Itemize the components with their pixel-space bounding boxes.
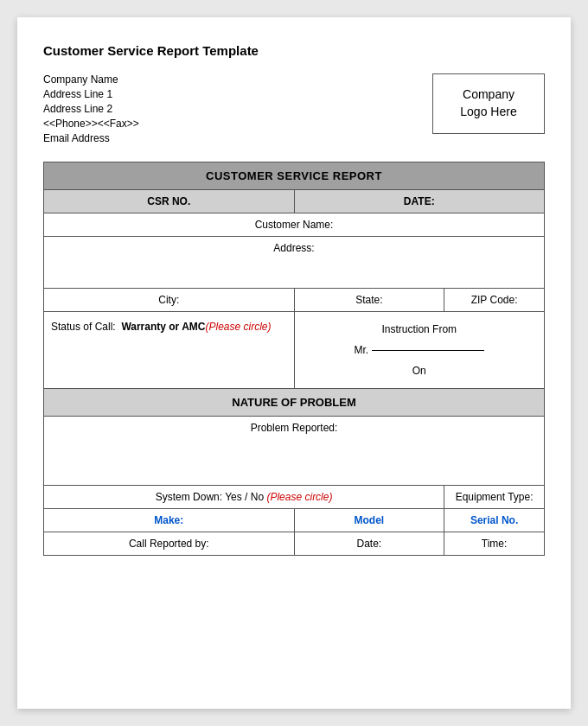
customer-name-row: Customer Name:: [44, 213, 545, 237]
company-info: Company Name Address Line 1 Address Line…: [43, 73, 139, 144]
phone-fax: <<Phone>><<Fax>>: [43, 118, 139, 130]
address-line2: Address Line 2: [43, 103, 139, 115]
system-down-label: System Down: Yes / No: [156, 491, 264, 503]
header-section: Company Name Address Line 1 Address Line…: [43, 73, 545, 144]
system-down-row: System Down: Yes / No (Please circle) Eq…: [44, 486, 545, 509]
status-instruction-row: Status of Call: Warranty or AMC(Please c…: [44, 312, 545, 389]
logo-text: Company Logo Here: [460, 86, 516, 120]
csr-date-row: CSR NO. DATE:: [44, 190, 545, 213]
problem-reported-row: Problem Reported:: [44, 417, 545, 486]
company-name: Company Name: [43, 73, 139, 86]
company-logo-box: Company Logo Here: [432, 73, 545, 134]
warranty-text: Warranty or AMC: [121, 321, 205, 333]
make-label: Make:: [154, 514, 183, 526]
status-cell: Status of Call: Warranty or AMC(Please c…: [44, 312, 295, 389]
please-circle: (Please circle): [206, 321, 272, 333]
equipment-type-cell: Equipment Type:: [444, 486, 545, 509]
email: Email Address: [43, 132, 139, 144]
instruction-from-label: Instruction From: [302, 319, 538, 340]
call-reported-row: Call Reported by: Date: Time:: [44, 532, 545, 556]
mr-underline: [372, 350, 484, 351]
address-row: Address:: [44, 237, 545, 289]
nature-header-cell: NATURE OF PROBLEM: [44, 389, 545, 417]
please-circle-2: (Please circle): [266, 491, 332, 503]
serial-label: Serial No.: [470, 514, 518, 526]
status-label: Status of Call:: [51, 321, 116, 333]
page-title: Customer Service Report Template: [43, 43, 545, 58]
nature-header-row: NATURE OF PROBLEM: [44, 389, 545, 417]
serial-cell: Serial No.: [444, 509, 545, 532]
date2-cell: Date:: [294, 532, 444, 556]
time-cell: Time:: [444, 532, 545, 556]
system-down-cell: System Down: Yes / No (Please circle): [44, 486, 444, 509]
report-table: CUSTOMER SERVICE REPORT CSR NO. DATE: Cu…: [43, 162, 545, 556]
make-model-serial-row: Make: Model Serial No.: [44, 509, 545, 532]
mr-label: Mr.: [354, 340, 368, 360]
call-reported-cell: Call Reported by:: [44, 532, 295, 556]
on-label: On: [302, 360, 538, 381]
state-cell: State:: [294, 289, 444, 312]
model-label: Model: [355, 514, 385, 526]
city-state-zip-row: City: State: ZIP Code:: [44, 289, 545, 312]
address-line1: Address Line 1: [43, 88, 139, 100]
model-cell: Model: [294, 509, 444, 532]
customer-name-cell: Customer Name:: [44, 213, 545, 237]
city-cell: City:: [44, 289, 295, 312]
mr-line: Mr.: [302, 340, 538, 360]
problem-reported-cell: Problem Reported:: [44, 417, 545, 486]
instruction-cell: Instruction From Mr. On: [294, 312, 545, 389]
make-cell: Make:: [44, 509, 295, 532]
csr-no-cell: CSR NO.: [44, 190, 295, 213]
main-header-cell: CUSTOMER SERVICE REPORT: [44, 162, 545, 190]
zip-cell: ZIP Code:: [444, 289, 545, 312]
main-header-row: CUSTOMER SERVICE REPORT: [44, 162, 545, 190]
page-container: Customer Service Report Template Company…: [17, 17, 571, 709]
address-cell: Address:: [44, 237, 545, 289]
date-cell: DATE:: [294, 190, 545, 213]
